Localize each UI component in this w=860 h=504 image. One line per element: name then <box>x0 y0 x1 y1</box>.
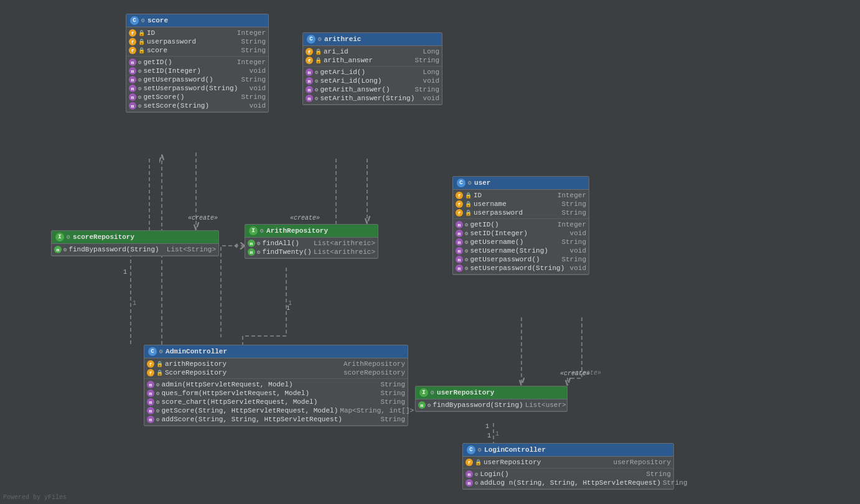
separator-icon: ⚙ <box>260 227 264 235</box>
class-logincontroller-methods: m ⚙ Login() String m ⚙ addLog n(String, … <box>463 469 673 489</box>
method-type: List<arithreic> <box>314 240 375 247</box>
method-row: m ⚙ score_chart(HttpServletRequest, Mode… <box>144 398 408 406</box>
lock-icon: 🔒 <box>156 370 163 376</box>
method-name: getUserpassword() <box>470 256 559 263</box>
method-icon: m <box>456 256 463 263</box>
class-arithrepository-type-icon: I <box>249 226 258 235</box>
lock-icon: 🔒 <box>315 49 322 55</box>
class-arithreic: C ⚙ arithreic f 🔒 ari_id Long f 🔒 arith_… <box>302 32 442 105</box>
method-name: getArith_answer() <box>320 86 413 93</box>
class-score-methods: m ⚙ getID() Integer m ⚙ setID(Integer) v… <box>126 57 268 112</box>
field-type: Integer <box>558 192 586 199</box>
svg-text:1: 1 <box>133 300 136 307</box>
class-logincontroller-fields: f 🔒 userRepository userRepository <box>463 457 673 469</box>
arrow-label-1c: 1 <box>485 423 489 430</box>
class-user-name: user <box>474 179 490 187</box>
lock-m: ⚙ <box>257 240 260 247</box>
method-row: m ⚙ setScore(String) void <box>126 101 268 110</box>
lock-m: ⚙ <box>138 77 141 83</box>
class-arithreic-fields: f 🔒 ari_id Long f 🔒 arith_answer String <box>303 46 442 67</box>
class-scorerepository: I ⚙ scoreRepository m ⚙ findBypassword(S… <box>51 230 219 256</box>
method-row: m ⚙ setUserpassword(String) void <box>126 84 268 93</box>
class-admincontroller: C ⚙ AdminController f 🔒 arithRepository … <box>144 345 408 426</box>
method-row: m ⚙ Login() String <box>463 470 673 478</box>
lock-m: ⚙ <box>138 68 141 75</box>
field-row: f 🔒 ari_id Long <box>303 47 442 56</box>
field-icon: f <box>306 48 313 55</box>
method-row: m ⚙ findAll() List<arithreic> <box>245 239 378 248</box>
field-type: scoreRepository <box>344 369 405 376</box>
method-row: m ⚙ findBypassword(String) List<user> <box>416 401 567 409</box>
method-icon: m <box>306 77 313 85</box>
class-scorerepository-methods: m ⚙ findBypassword(String) List<String> <box>52 244 218 256</box>
field-row: f 🔒 username String <box>453 200 589 208</box>
method-row: m ⚙ addLog n(String, String, HttpServlet… <box>463 478 673 487</box>
field-name: ScoreRepository <box>165 369 342 376</box>
method-type: void <box>250 85 266 92</box>
class-arithreic-header: C ⚙ arithreic <box>303 33 442 46</box>
field-name: userRepository <box>484 459 612 466</box>
arrow-label-1d: 1 <box>487 432 491 439</box>
class-score: C ⚙ score f 🔒 ID Integer f 🔒 userpasswor… <box>126 14 269 113</box>
method-type: List<arithreic> <box>314 248 375 256</box>
lock-m: ⚙ <box>475 480 478 487</box>
field-row: f 🔒 userpassword String <box>126 37 268 46</box>
class-user-header: C ⚙ user <box>453 177 589 190</box>
class-arithrepository-methods: m ⚙ findAll() List<arithreic> m ⚙ findTw… <box>245 238 378 258</box>
method-row: m ⚙ setUsername(String) void <box>453 246 589 255</box>
method-type: Integer <box>558 221 586 228</box>
method-icon: m <box>456 264 463 272</box>
lock-m: ⚙ <box>257 249 260 256</box>
lock-icon: 🔒 <box>138 30 145 37</box>
class-scorerepository-header: I ⚙ scoreRepository <box>52 231 218 244</box>
method-icon: m <box>147 416 154 423</box>
method-name: findTwenty() <box>262 248 312 256</box>
lock-m: ⚙ <box>428 402 431 409</box>
diagram-canvas: 1 1 1 «create» C ⚙ score f 🔒 ID <box>0 0 860 504</box>
lock-m: ⚙ <box>63 246 67 253</box>
method-type: String <box>414 86 439 93</box>
method-name: ques_form(HttpServletRequest, Model) <box>161 390 378 397</box>
method-name: getID() <box>143 58 235 66</box>
method-type: String <box>380 398 405 406</box>
lock-m: ⚙ <box>156 416 159 423</box>
method-type: Long <box>423 68 439 76</box>
class-userrepository-name: userRepository <box>437 389 494 396</box>
method-name: Login() <box>480 470 644 478</box>
field-row: f 🔒 userpassword String <box>453 208 589 217</box>
lock-m: ⚙ <box>156 399 159 406</box>
method-row: m ⚙ setAri_id(Long) void <box>303 77 442 85</box>
class-scorerepository-type-icon: I <box>55 233 64 241</box>
method-type: String <box>646 470 671 478</box>
method-row: m ⚙ getScore(String, HttpServletRequest,… <box>144 406 408 415</box>
method-name: findBypassword(String) <box>68 246 164 253</box>
class-score-type-icon: C <box>130 16 139 25</box>
field-icon: f <box>147 360 154 368</box>
separator-icon: ⚙ <box>159 348 163 355</box>
field-name: arith_answer <box>324 57 413 64</box>
method-name: setUsername(String) <box>470 247 568 254</box>
class-user: C ⚙ user f 🔒 ID Integer f 🔒 username Str… <box>452 176 589 275</box>
method-name: getAri_id() <box>320 68 421 76</box>
method-name: addScore(String, String, HttpServletRequ… <box>161 416 378 423</box>
lock-icon: 🔒 <box>465 201 472 208</box>
method-row: m ⚙ getArith_answer() String <box>303 85 442 94</box>
method-icon: m <box>465 479 473 487</box>
lock-m: ⚙ <box>138 103 141 110</box>
method-type: List<String> <box>167 246 216 253</box>
method-name: setUserpassword(String) <box>470 264 568 272</box>
lock-m: ⚙ <box>315 69 318 76</box>
class-userrepository-methods: m ⚙ findBypassword(String) List<user> <box>416 399 567 411</box>
field-name: userpassword <box>474 209 559 217</box>
method-row: m ⚙ findBypassword(String) List<String> <box>52 245 218 254</box>
separator-icon: ⚙ <box>478 446 482 454</box>
class-admincontroller-methods: m ⚙ admin(HttpServletRequest, Model) Str… <box>144 379 408 426</box>
class-admincontroller-name: AdminController <box>166 348 227 355</box>
field-icon-f: f <box>129 38 136 45</box>
method-type: String <box>561 238 586 246</box>
method-row: m ⚙ getAri_id() Long <box>303 68 442 77</box>
class-score-fields: f 🔒 ID Integer f 🔒 userpassword String f… <box>126 27 268 57</box>
field-type: Long <box>423 48 439 55</box>
lock-icon: 🔒 <box>465 210 472 217</box>
stereotype-create-user: «create» <box>560 370 590 377</box>
